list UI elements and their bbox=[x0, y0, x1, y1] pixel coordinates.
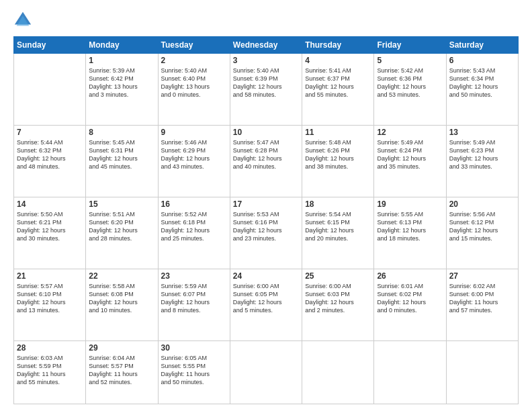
day-info: Sunrise: 5:49 AM Sunset: 6:23 PM Dayligh… bbox=[449, 138, 515, 171]
day-number: 3 bbox=[233, 56, 299, 65]
weekday-header-wednesday: Wednesday bbox=[230, 37, 302, 54]
day-info: Sunrise: 5:47 AM Sunset: 6:28 PM Dayligh… bbox=[233, 138, 299, 171]
day-info: Sunrise: 6:05 AM Sunset: 5:55 PM Dayligh… bbox=[161, 354, 227, 387]
day-info: Sunrise: 5:40 AM Sunset: 6:39 PM Dayligh… bbox=[233, 66, 299, 99]
day-number: 26 bbox=[377, 271, 443, 281]
day-number: 15 bbox=[89, 199, 154, 209]
week-row-4: 28Sunrise: 6:03 AM Sunset: 5:59 PM Dayli… bbox=[14, 341, 519, 404]
day-number: 19 bbox=[377, 199, 443, 209]
day-info: Sunrise: 5:39 AM Sunset: 6:42 PM Dayligh… bbox=[89, 66, 154, 99]
day-info: Sunrise: 6:02 AM Sunset: 6:00 PM Dayligh… bbox=[449, 282, 515, 315]
day-number: 30 bbox=[161, 343, 227, 353]
calendar-cell: 7Sunrise: 5:44 AM Sunset: 6:32 PM Daylig… bbox=[14, 126, 86, 197]
week-row-3: 21Sunrise: 5:57 AM Sunset: 6:10 PM Dayli… bbox=[14, 269, 519, 341]
week-row-0: 1Sunrise: 5:39 AM Sunset: 6:42 PM Daylig… bbox=[14, 54, 519, 126]
day-number: 18 bbox=[305, 199, 371, 209]
day-info: Sunrise: 6:04 AM Sunset: 5:57 PM Dayligh… bbox=[89, 354, 154, 387]
week-row-2: 14Sunrise: 5:50 AM Sunset: 6:21 PM Dayli… bbox=[14, 197, 519, 269]
calendar-cell: 21Sunrise: 5:57 AM Sunset: 6:10 PM Dayli… bbox=[14, 269, 86, 341]
day-info: Sunrise: 5:50 AM Sunset: 6:21 PM Dayligh… bbox=[17, 210, 83, 243]
day-info: Sunrise: 5:49 AM Sunset: 6:24 PM Dayligh… bbox=[377, 138, 443, 171]
day-number: 16 bbox=[161, 199, 227, 209]
calendar-cell: 28Sunrise: 6:03 AM Sunset: 5:59 PM Dayli… bbox=[14, 341, 86, 404]
calendar-cell: 3Sunrise: 5:40 AM Sunset: 6:39 PM Daylig… bbox=[230, 54, 302, 126]
day-info: Sunrise: 5:51 AM Sunset: 6:20 PM Dayligh… bbox=[89, 210, 154, 243]
logo-icon bbox=[13, 11, 32, 30]
day-number: 22 bbox=[89, 271, 154, 281]
day-info: Sunrise: 6:01 AM Sunset: 6:02 PM Dayligh… bbox=[377, 282, 443, 315]
day-info: Sunrise: 6:00 AM Sunset: 6:03 PM Dayligh… bbox=[305, 282, 371, 315]
day-info: Sunrise: 5:45 AM Sunset: 6:31 PM Dayligh… bbox=[89, 138, 154, 171]
day-number: 25 bbox=[305, 271, 371, 281]
day-info: Sunrise: 5:58 AM Sunset: 6:08 PM Dayligh… bbox=[89, 282, 154, 315]
day-number: 2 bbox=[161, 56, 227, 65]
day-number: 1 bbox=[89, 56, 154, 65]
weekday-header-tuesday: Tuesday bbox=[158, 37, 230, 54]
day-info: Sunrise: 5:46 AM Sunset: 6:29 PM Dayligh… bbox=[161, 138, 227, 171]
calendar-table: SundayMondayTuesdayWednesdayThursdayFrid… bbox=[13, 36, 519, 404]
calendar-cell: 20Sunrise: 5:56 AM Sunset: 6:12 PM Dayli… bbox=[446, 197, 518, 269]
calendar-cell bbox=[302, 341, 374, 404]
calendar-cell: 27Sunrise: 6:02 AM Sunset: 6:00 PM Dayli… bbox=[446, 269, 518, 341]
day-number: 9 bbox=[161, 128, 227, 137]
day-number: 12 bbox=[377, 128, 443, 137]
calendar-cell bbox=[374, 341, 446, 404]
calendar-cell: 1Sunrise: 5:39 AM Sunset: 6:42 PM Daylig… bbox=[86, 54, 158, 126]
day-number: 10 bbox=[233, 128, 299, 137]
header bbox=[13, 11, 519, 30]
weekday-header-friday: Friday bbox=[374, 37, 446, 54]
day-number: 4 bbox=[305, 56, 371, 65]
calendar-cell: 22Sunrise: 5:58 AM Sunset: 6:08 PM Dayli… bbox=[86, 269, 158, 341]
day-info: Sunrise: 5:56 AM Sunset: 6:12 PM Dayligh… bbox=[449, 210, 515, 243]
day-info: Sunrise: 5:57 AM Sunset: 6:10 PM Dayligh… bbox=[17, 282, 83, 315]
calendar-cell: 23Sunrise: 5:59 AM Sunset: 6:07 PM Dayli… bbox=[158, 269, 230, 341]
day-number: 13 bbox=[449, 128, 515, 137]
day-number: 5 bbox=[377, 56, 443, 65]
day-number: 11 bbox=[305, 128, 371, 137]
calendar-cell: 12Sunrise: 5:49 AM Sunset: 6:24 PM Dayli… bbox=[374, 126, 446, 197]
day-info: Sunrise: 5:52 AM Sunset: 6:18 PM Dayligh… bbox=[161, 210, 227, 243]
day-info: Sunrise: 5:55 AM Sunset: 6:13 PM Dayligh… bbox=[377, 210, 443, 243]
calendar-cell: 25Sunrise: 6:00 AM Sunset: 6:03 PM Dayli… bbox=[302, 269, 374, 341]
calendar-cell: 14Sunrise: 5:50 AM Sunset: 6:21 PM Dayli… bbox=[14, 197, 86, 269]
day-number: 23 bbox=[161, 271, 227, 281]
day-info: Sunrise: 5:54 AM Sunset: 6:15 PM Dayligh… bbox=[305, 210, 371, 243]
calendar-cell bbox=[230, 341, 302, 404]
day-info: Sunrise: 5:48 AM Sunset: 6:26 PM Dayligh… bbox=[305, 138, 371, 171]
day-number: 20 bbox=[449, 199, 515, 209]
day-info: Sunrise: 5:53 AM Sunset: 6:16 PM Dayligh… bbox=[233, 210, 299, 243]
day-number: 7 bbox=[17, 128, 83, 137]
day-info: Sunrise: 6:00 AM Sunset: 6:05 PM Dayligh… bbox=[233, 282, 299, 315]
calendar-cell: 19Sunrise: 5:55 AM Sunset: 6:13 PM Dayli… bbox=[374, 197, 446, 269]
calendar-cell: 17Sunrise: 5:53 AM Sunset: 6:16 PM Dayli… bbox=[230, 197, 302, 269]
calendar-cell bbox=[14, 54, 86, 126]
calendar-cell: 13Sunrise: 5:49 AM Sunset: 6:23 PM Dayli… bbox=[446, 126, 518, 197]
calendar-cell: 6Sunrise: 5:43 AM Sunset: 6:34 PM Daylig… bbox=[446, 54, 518, 126]
day-info: Sunrise: 5:43 AM Sunset: 6:34 PM Dayligh… bbox=[449, 66, 515, 99]
day-number: 14 bbox=[17, 199, 83, 209]
weekday-header-thursday: Thursday bbox=[302, 37, 374, 54]
day-number: 6 bbox=[449, 56, 515, 65]
page: SundayMondayTuesdayWednesdayThursdayFrid… bbox=[0, 0, 532, 411]
calendar-cell: 10Sunrise: 5:47 AM Sunset: 6:28 PM Dayli… bbox=[230, 126, 302, 197]
calendar-cell: 29Sunrise: 6:04 AM Sunset: 5:57 PM Dayli… bbox=[86, 341, 158, 404]
calendar-cell: 24Sunrise: 6:00 AM Sunset: 6:05 PM Dayli… bbox=[230, 269, 302, 341]
calendar-cell: 8Sunrise: 5:45 AM Sunset: 6:31 PM Daylig… bbox=[86, 126, 158, 197]
calendar-cell: 9Sunrise: 5:46 AM Sunset: 6:29 PM Daylig… bbox=[158, 126, 230, 197]
day-info: Sunrise: 5:42 AM Sunset: 6:36 PM Dayligh… bbox=[377, 66, 443, 99]
calendar-cell: 2Sunrise: 5:40 AM Sunset: 6:40 PM Daylig… bbox=[158, 54, 230, 126]
calendar-cell: 30Sunrise: 6:05 AM Sunset: 5:55 PM Dayli… bbox=[158, 341, 230, 404]
calendar-cell: 5Sunrise: 5:42 AM Sunset: 6:36 PM Daylig… bbox=[374, 54, 446, 126]
day-info: Sunrise: 5:44 AM Sunset: 6:32 PM Dayligh… bbox=[17, 138, 83, 171]
day-info: Sunrise: 5:40 AM Sunset: 6:40 PM Dayligh… bbox=[161, 66, 227, 99]
weekday-header-monday: Monday bbox=[86, 37, 158, 54]
calendar-cell: 11Sunrise: 5:48 AM Sunset: 6:26 PM Dayli… bbox=[302, 126, 374, 197]
weekday-header-saturday: Saturday bbox=[446, 37, 518, 54]
day-info: Sunrise: 6:03 AM Sunset: 5:59 PM Dayligh… bbox=[17, 354, 83, 387]
weekday-header-row: SundayMondayTuesdayWednesdayThursdayFrid… bbox=[14, 37, 519, 54]
day-info: Sunrise: 5:59 AM Sunset: 6:07 PM Dayligh… bbox=[161, 282, 227, 315]
day-number: 17 bbox=[233, 199, 299, 209]
week-row-1: 7Sunrise: 5:44 AM Sunset: 6:32 PM Daylig… bbox=[14, 126, 519, 197]
calendar-cell: 4Sunrise: 5:41 AM Sunset: 6:37 PM Daylig… bbox=[302, 54, 374, 126]
calendar-cell: 15Sunrise: 5:51 AM Sunset: 6:20 PM Dayli… bbox=[86, 197, 158, 269]
